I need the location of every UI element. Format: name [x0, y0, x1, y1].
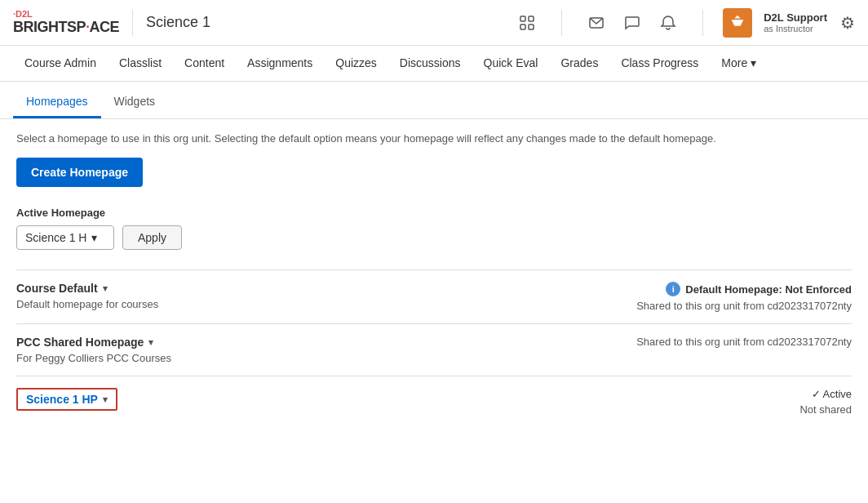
nav-grades[interactable]: Grades [549, 46, 609, 82]
homepage-item-science-1-hp: Science 1 HP ▾ ✓ Active Not shared [16, 376, 852, 427]
active-homepage-section: Active Homepage Science 1 H ▾ Apply [16, 207, 852, 250]
main-content: Select a homepage to use in this org uni… [0, 119, 868, 440]
email-icon[interactable] [582, 8, 611, 38]
nav-more[interactable]: More ▾ [710, 46, 768, 82]
badge-text: Default Homepage: Not Enforced [685, 283, 852, 296]
header-divider-1 [132, 10, 133, 36]
nav-quick-eval[interactable]: Quick Eval [472, 46, 550, 82]
nav-quizzes[interactable]: Quizzes [324, 46, 388, 82]
homepage-name-course-default[interactable]: Course Default ▾ [16, 282, 158, 295]
user-info: D2L Support as Instructor [764, 11, 827, 33]
homepage-name-pcc-shared[interactable]: PCC Shared Homepage ▾ [16, 336, 171, 349]
not-shared-text: Not shared [799, 403, 852, 416]
homepage-item-left: PCC Shared Homepage ▾ For Peggy Colliers… [16, 336, 171, 364]
logo-d2l-text: ·D2L [13, 10, 119, 19]
chevron-down-icon: ▾ [751, 56, 756, 69]
tab-homepages[interactable]: Homepages [13, 88, 101, 118]
homepage-desc-course-default: Default homepage for courses [16, 298, 158, 310]
homepage-item-pcc-shared: PCC Shared Homepage ▾ For Peggy Colliers… [16, 323, 852, 376]
chevron-down-icon: ▾ [103, 394, 108, 405]
header-divider-2 [561, 10, 562, 36]
nav-class-progress[interactable]: Class Progress [609, 46, 710, 82]
active-homepage-label: Active Homepage [16, 207, 852, 219]
homepage-item-left: Course Default ▾ Default homepage for co… [16, 282, 158, 310]
apps-icon[interactable] [512, 8, 542, 38]
shared-text: Shared to this org unit from cd202331707… [636, 300, 852, 312]
homepage-item-course-default: Course Default ▾ Default homepage for co… [16, 269, 852, 323]
page-title: Science 1 [146, 14, 512, 31]
avatar [723, 8, 752, 38]
default-badge: i Default Homepage: Not Enforced [666, 282, 852, 296]
nav-assignments[interactable]: Assignments [236, 46, 324, 82]
chevron-down-icon: ▾ [103, 283, 108, 294]
chat-icon[interactable] [618, 8, 647, 38]
logo-brightspace-text: BRIGHTSP·ACE [13, 19, 119, 36]
header: ·D2L BRIGHTSP·ACE Science 1 [0, 0, 868, 46]
description-text: Select a homepage to use in this org uni… [16, 132, 852, 145]
nav-classlist[interactable]: Classlist [108, 46, 173, 82]
homepage-dropdown[interactable]: Science 1 H ▾ [16, 225, 114, 250]
homepage-item-right-course-default: i Default Homepage: Not Enforced Shared … [636, 282, 852, 312]
homepage-item-left: Science 1 HP ▾ [16, 388, 117, 411]
logo: ·D2L BRIGHTSP·ACE [13, 10, 119, 36]
active-homepage-row: Science 1 H ▾ Apply [16, 225, 852, 250]
homepages-list: Course Default ▾ Default homepage for co… [16, 269, 852, 427]
svg-rect-2 [520, 24, 525, 29]
nav-content[interactable]: Content [173, 46, 236, 82]
nav-course-admin[interactable]: Course Admin [13, 46, 108, 82]
homepage-item-right-science-1-hp: ✓ Active Not shared [799, 388, 852, 416]
homepage-name-science-1-hp[interactable]: Science 1 HP ▾ [16, 388, 117, 411]
chevron-down-icon: ▾ [91, 231, 97, 244]
homepage-item-right-pcc-shared: Shared to this org unit from cd202331707… [636, 336, 852, 348]
user-name: D2L Support [764, 11, 827, 24]
header-divider-3 [702, 10, 703, 36]
chevron-down-icon: ▾ [148, 337, 153, 348]
dropdown-value: Science 1 H [25, 231, 86, 244]
svg-rect-3 [529, 24, 534, 29]
nav-discussions[interactable]: Discussions [388, 46, 472, 82]
notifications-icon[interactable] [653, 8, 683, 38]
main-nav: Course Admin Classlist Content Assignmen… [0, 46, 868, 82]
info-icon: i [666, 282, 680, 296]
user-role: as Instructor [764, 24, 827, 33]
svg-rect-0 [520, 16, 525, 21]
homepage-desc-pcc-shared: For Peggy Colliers PCC Courses [16, 352, 171, 364]
svg-rect-1 [529, 16, 534, 21]
tab-widgets[interactable]: Widgets [101, 88, 169, 118]
header-icons: D2L Support as Instructor ⚙ [512, 8, 855, 38]
tabs: Homepages Widgets [0, 88, 868, 119]
apply-button[interactable]: Apply [122, 225, 182, 250]
active-badge: ✓ Active [812, 388, 852, 400]
shared-text: Shared to this org unit from cd202331707… [636, 336, 852, 348]
create-homepage-button[interactable]: Create Homepage [16, 158, 143, 187]
settings-icon[interactable]: ⚙ [840, 13, 855, 33]
